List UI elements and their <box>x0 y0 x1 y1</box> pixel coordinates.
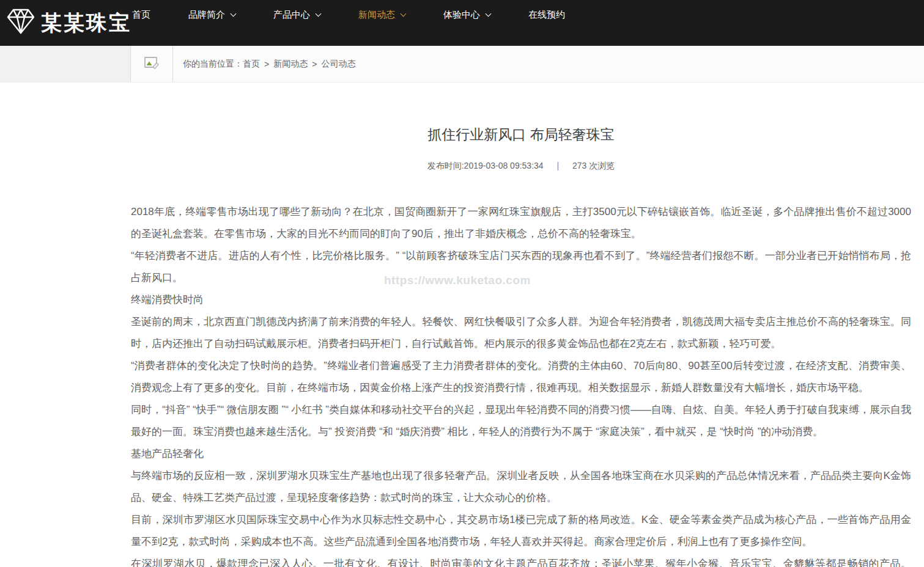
meta-divider: | <box>557 161 560 170</box>
nav-item-label: 新闻动态 <box>358 9 395 20</box>
nav-item-label: 体验中心 <box>443 9 480 20</box>
article: 抓住行业新风口 布局轻奢珠宝 发布时间:2019-03-08 09:53:34 … <box>0 124 924 567</box>
broken-image-icon <box>144 56 160 72</box>
nav-item-online-booking[interactable]: 在线预约 <box>528 0 565 46</box>
brand-name: 某某珠宝 <box>41 7 131 38</box>
breadcrumb-label: 你的当前位置： <box>183 59 243 70</box>
article-paragraph: “消费者群体的变化决定了快时尚的趋势。”终端业者们普遍感受了主力消费者群体的变化… <box>131 355 911 399</box>
main-nav: 首页 品牌简介 产品中心 新闻动态 体验中心 在线预约 <box>132 0 603 46</box>
breadcrumb-bar: 你的当前位置： 首页 > 新闻动态 > 公司动态 <box>0 46 924 82</box>
diamond-logo-icon <box>6 7 35 38</box>
article-paragraph: 目前，深圳市罗湖区水贝国际珠宝交易中心作为水贝标志性交易中心，其交易市场1楼已完… <box>131 509 911 553</box>
breadcrumb-link-company-news[interactable]: 公司动态 <box>321 59 355 70</box>
nav-item-brand-intro[interactable]: 品牌简介 <box>188 0 235 46</box>
chevron-down-icon <box>231 11 237 17</box>
article-paragraph: 同时，“抖音” “快手”“ 微信朋友圈 ”“ 小红书 ”类自媒体和移动社交平台的… <box>131 399 911 443</box>
nav-item-label: 在线预约 <box>528 9 565 20</box>
nav-item-experience-center[interactable]: 体验中心 <box>443 0 490 46</box>
breadcrumb-link-news[interactable]: 新闻动态 <box>273 59 308 70</box>
breadcrumb-link-home[interactable]: 首页 <box>243 59 260 70</box>
nav-item-label: 首页 <box>132 9 150 20</box>
article-paragraph: 在深圳罗湖水贝，爆款理念已深入人心。一批有文化、有设计、时尚审美的文化主题产品百… <box>131 553 911 567</box>
article-paragraph: “年轻消费者不进店。进店的人有个性，比完价格比服务。” “以前顾客挤破珠宝店门买… <box>131 245 911 289</box>
article-body: 2018年底，终端零售市场出现了哪些了新动向？在北京，国贸商圈新开了一家网红珠宝… <box>131 201 911 567</box>
site-header: 某某珠宝 首页 品牌简介 产品中心 新闻动态 体验中心 在线预约 <box>0 0 924 46</box>
publish-time: 发布时间:2019-03-08 09:53:34 <box>427 161 544 170</box>
article-title: 抓住行业新风口 布局轻奢珠宝 <box>131 124 911 145</box>
breadcrumb-separator: > <box>264 59 269 69</box>
article-meta: 发布时间:2019-03-08 09:53:34 | 273 次浏览 <box>131 161 911 172</box>
breadcrumb-icon-cell <box>131 46 173 82</box>
view-count: 273 次浏览 <box>572 161 615 170</box>
nav-item-label: 品牌简介 <box>188 9 225 20</box>
nav-item-home[interactable]: 首页 <box>132 0 150 46</box>
brand-logo[interactable]: 某某珠宝 <box>6 7 131 38</box>
article-paragraph: 与终端市场的反应相一致，深圳罗湖水贝珠宝生产基地也出现了很多轻奢产品。深圳业者反… <box>131 465 911 509</box>
nav-item-news[interactable]: 新闻动态 <box>358 0 405 46</box>
nav-item-product-center[interactable]: 产品中心 <box>273 0 320 46</box>
breadcrumb-separator: > <box>312 59 317 69</box>
nav-item-label: 产品中心 <box>273 9 310 20</box>
article-subheading: 基地产品轻奢化 <box>131 443 911 465</box>
chevron-down-icon <box>316 11 322 17</box>
breadcrumb: 你的当前位置： 首页 > 新闻动态 > 公司动态 <box>173 46 355 82</box>
chevron-down-icon <box>486 11 492 17</box>
article-paragraph: 圣诞前的周末，北京西直门凯德茂内挤满了前来消费的年轻人。轻餐饮、网红快餐吸引了众… <box>131 311 911 355</box>
chevron-down-icon <box>401 11 407 17</box>
article-paragraph: 2018年底，终端零售市场出现了哪些了新动向？在北京，国贸商圈新开了一家网红珠宝… <box>131 201 911 245</box>
breadcrumb-spacer <box>0 46 131 82</box>
article-subheading: 终端消费快时尚 <box>131 289 911 311</box>
